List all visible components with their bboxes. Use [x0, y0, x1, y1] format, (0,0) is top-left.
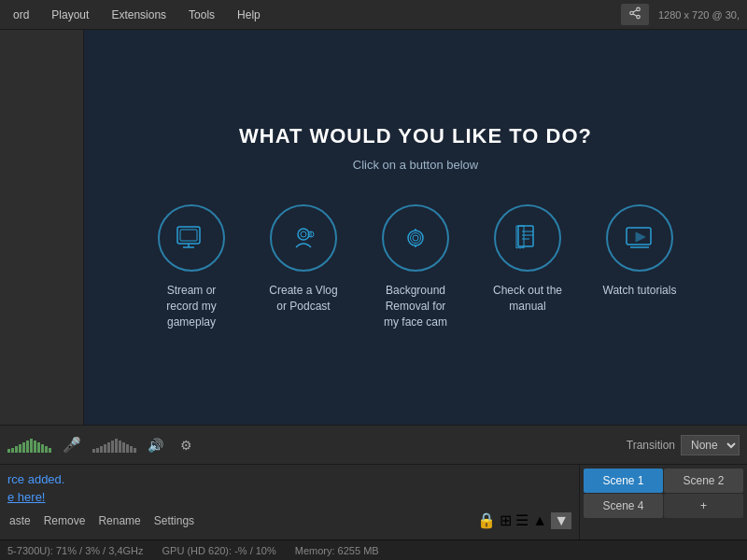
action-background[interactable]: BackgroundRemoval formy face cam: [369, 204, 462, 329]
vol-bar: [100, 446, 103, 453]
menu-item-tools[interactable]: Tools: [183, 5, 220, 25]
scene-add-button[interactable]: +: [664, 494, 743, 518]
transition-section: Transition None: [627, 435, 740, 455]
up-icon: ▲: [532, 512, 547, 529]
vol-bar: [11, 448, 14, 453]
menu-bar: ord Playout Extensions Tools Help 1280 x…: [0, 0, 747, 30]
vol-bar: [30, 439, 33, 453]
svg-point-15: [411, 233, 421, 244]
scene-4-button[interactable]: Scene 4: [584, 494, 663, 518]
menu-item-playout[interactable]: Playout: [46, 5, 94, 25]
vol-bar: [96, 448, 99, 453]
vol-bar: [7, 449, 10, 453]
svg-line-3: [633, 14, 637, 16]
list-icon: ☰: [515, 511, 529, 529]
vol-bar: [37, 442, 40, 453]
resolution-display: 1280 x 720 @ 30,: [658, 9, 740, 21]
vol-bars-right: [92, 438, 136, 453]
svg-point-14: [413, 235, 418, 241]
grid-icon: ⊞: [500, 511, 512, 529]
source-rename-button[interactable]: Rename: [96, 512, 142, 529]
mic-button[interactable]: 🎤: [57, 434, 87, 455]
tutorials-icon-circle: [606, 204, 673, 272]
vol-bar: [92, 449, 95, 453]
vol-bar: [26, 441, 29, 453]
controls-bar: 🎤 🔊 ⚙ Transition None: [0, 425, 747, 464]
preview-title: WHAT WOULD YOU LIKE TO DO?: [239, 124, 592, 148]
stream-icon-circle: [158, 204, 225, 272]
source-paste-button[interactable]: aste: [7, 512, 33, 529]
status-bar: 5-7300U): 71% / 3% / 3,4GHz GPU (HD 620)…: [0, 539, 747, 560]
menu-item-help[interactable]: Help: [232, 5, 266, 25]
lock-icons: 🔒 ⊞ ☰ ▲ ▼: [477, 511, 571, 529]
vlog-label: Create a Vlogor Podcast: [269, 283, 337, 315]
vlog-icon-circle: [270, 204, 337, 272]
tutorials-label: Watch tutorials: [603, 283, 677, 299]
share-button[interactable]: [621, 4, 649, 25]
transition-label: Transition: [627, 439, 675, 452]
vol-bar: [134, 448, 136, 453]
svg-line-4: [633, 10, 637, 12]
menu-right: 1280 x 720 @ 30,: [621, 4, 740, 25]
transition-select[interactable]: None: [681, 435, 740, 455]
source-message: rce added.: [7, 472, 571, 486]
preview-area: WHAT WOULD YOU LIKE TO DO? Click on a bu…: [84, 30, 747, 425]
svg-point-9: [298, 229, 309, 240]
vol-bar: [19, 444, 21, 453]
vol-bar: [45, 446, 48, 453]
vol-bar: [107, 442, 110, 453]
action-manual[interactable]: Check out themanual: [481, 204, 574, 315]
vol-bar: [122, 442, 125, 453]
vol-bar: [115, 439, 118, 453]
background-label: BackgroundRemoval formy face cam: [384, 283, 447, 329]
vol-bar: [49, 448, 51, 453]
vol-bar: [104, 444, 106, 453]
vol-bar: [15, 446, 18, 453]
left-sidebar: [0, 30, 84, 425]
vol-bars-left: [7, 438, 51, 453]
svg-rect-18: [518, 226, 533, 246]
vol-bar: [22, 442, 25, 453]
audio-settings-button[interactable]: ⚙: [175, 436, 198, 455]
menu-item-ord[interactable]: ord: [7, 5, 35, 25]
vol-bar: [130, 446, 133, 453]
stream-label: Stream orrecord mygameplay: [166, 283, 216, 329]
menu-item-extensions[interactable]: Extensions: [106, 5, 172, 25]
svg-rect-8: [180, 230, 197, 241]
svg-point-2: [637, 15, 641, 19]
source-remove-button[interactable]: Remove: [42, 512, 88, 529]
vol-bar: [34, 441, 36, 453]
scene-2-button[interactable]: Scene 2: [664, 469, 743, 493]
background-icon-circle: [382, 204, 449, 272]
memory-status: Memory: 6255 MB: [295, 545, 379, 556]
manual-label: Check out themanual: [493, 283, 562, 315]
main-area: WHAT WOULD YOU LIKE TO DO? Click on a bu…: [0, 30, 747, 425]
svg-marker-23: [636, 232, 645, 242]
cpu-status: 5-7300U): 71% / 3% / 3,4GHz: [7, 545, 144, 556]
action-stream[interactable]: Stream orrecord mygameplay: [145, 204, 238, 329]
source-settings-button[interactable]: Settings: [152, 512, 196, 529]
svg-point-0: [637, 7, 641, 10]
vol-bar: [126, 444, 129, 453]
vol-bar: [41, 444, 44, 453]
manual-icon-circle: [494, 204, 561, 272]
svg-point-1: [630, 11, 634, 15]
action-buttons: Stream orrecord mygameplay Create a Vlog…: [145, 204, 686, 329]
svg-point-10: [301, 231, 306, 237]
scene-1-button[interactable]: Scene 1: [584, 469, 663, 493]
action-tutorials[interactable]: Watch tutorials: [593, 204, 686, 299]
dropdown-icon: ▼: [551, 512, 571, 529]
vol-bar: [119, 441, 121, 453]
vol-bar: [111, 441, 114, 453]
speaker-button[interactable]: 🔊: [142, 436, 169, 455]
action-vlog[interactable]: Create a Vlogor Podcast: [257, 204, 350, 315]
source-link[interactable]: e here!: [7, 490, 571, 504]
lock-icon: 🔒: [477, 511, 496, 529]
gpu-status: GPU (HD 620): -% / 10%: [162, 545, 276, 556]
preview-subtitle: Click on a button below: [353, 158, 478, 172]
source-toolbar: aste Remove Rename Settings 🔒 ⊞ ☰ ▲ ▼: [7, 511, 571, 529]
